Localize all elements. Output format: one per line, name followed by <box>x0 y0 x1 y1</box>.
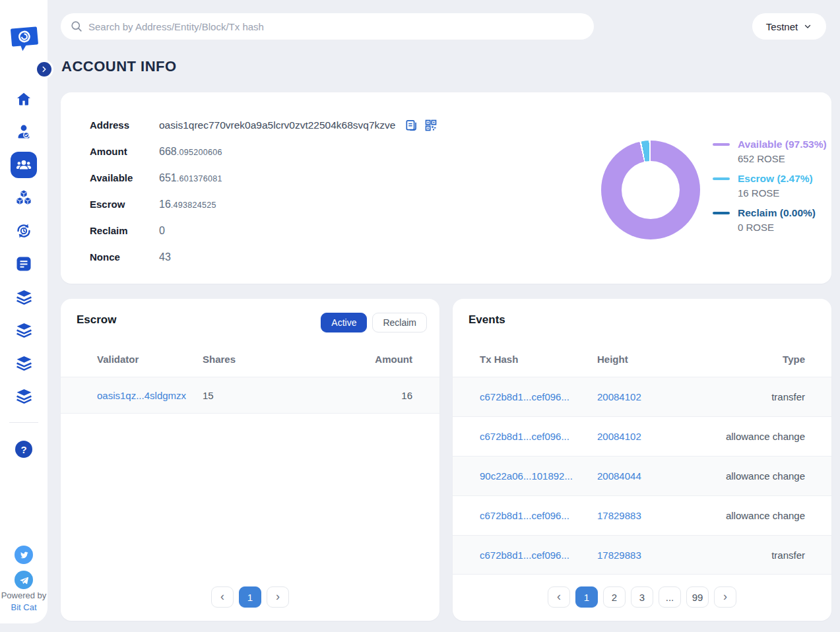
next-page-button[interactable]: › <box>714 586 736 608</box>
height-link[interactable]: 17829883 <box>597 550 693 561</box>
tab-reclaim[interactable]: Reclaim <box>372 313 427 332</box>
account-info-card: Address oasis1qrec770vrek0a9a5lcrv0zvt22… <box>61 92 831 284</box>
sidebar-item-paratime-1[interactable] <box>0 284 48 310</box>
sidebar-item-paratime-2[interactable] <box>0 317 48 343</box>
type-cell: allowance change <box>693 470 805 482</box>
document-icon <box>15 255 32 272</box>
escrow-pagination: ‹ 1 › <box>61 586 439 608</box>
escrow-card: Escrow Active Reclaim Validator Shares A… <box>61 299 439 621</box>
transactions-cycle-icon <box>15 222 32 239</box>
sidebar-item-proposals[interactable] <box>0 251 48 277</box>
height-link[interactable]: 17829883 <box>597 510 693 521</box>
escrow-title: Escrow <box>77 313 116 327</box>
layers-icon <box>15 387 33 405</box>
prev-page-button[interactable]: ‹ <box>548 586 570 608</box>
copy-address-button[interactable] <box>404 119 418 132</box>
sidebar-item-paratime-3[interactable] <box>0 350 48 376</box>
address-label: Address <box>90 119 159 131</box>
type-cell: transfer <box>693 550 805 561</box>
page-button-1[interactable]: 1 <box>239 586 261 608</box>
legend-value: 0 ROSE <box>738 222 827 233</box>
page-title: ACCOUNT INFO <box>61 58 177 75</box>
telegram-button[interactable] <box>0 567 48 593</box>
height-link[interactable]: 20084102 <box>597 431 693 442</box>
table-row: 90c22a06...101892... 20084044 allowance … <box>453 456 831 495</box>
sidebar-item-accounts[interactable] <box>0 152 48 178</box>
validator-link[interactable]: oasis1qz...4sldgmzx <box>97 390 203 401</box>
help-button[interactable]: ? <box>0 436 48 462</box>
events-table-body: c672b8d1...cef096... 20084102 transfer c… <box>453 377 831 575</box>
tx-hash-link[interactable]: c672b8d1...cef096... <box>480 391 597 402</box>
col-shares: Shares <box>203 354 340 365</box>
legend-swatch <box>713 212 730 214</box>
twitter-button[interactable] <box>0 542 48 568</box>
blocks-cubes-icon <box>15 189 32 206</box>
page-button-99[interactable]: 99 <box>686 586 709 608</box>
sidebar-item-blocks[interactable] <box>0 185 48 211</box>
telegram-icon <box>19 575 29 585</box>
home-icon <box>16 91 32 107</box>
tx-hash-link[interactable]: c672b8d1...cef096... <box>480 431 597 442</box>
tx-hash-link[interactable]: c672b8d1...cef096... <box>480 550 597 561</box>
legend-swatch <box>713 177 730 180</box>
layers-icon <box>15 321 33 339</box>
type-cell: transfer <box>693 391 805 402</box>
legend-swatch <box>713 143 730 146</box>
amount-cell: 16 <box>340 390 412 401</box>
table-row: c672b8d1...cef096... 20084102 transfer <box>453 377 831 416</box>
chevron-right-icon <box>40 65 49 74</box>
height-link[interactable]: 20084044 <box>597 470 693 482</box>
col-type: Type <box>693 354 805 365</box>
search-icon <box>70 20 83 33</box>
sidebar-item-paratime-4[interactable] <box>0 383 48 409</box>
brand-logo[interactable] <box>9 24 40 57</box>
info-row-amount: Amount 668.095200606 <box>90 144 437 159</box>
prev-page-button[interactable]: ‹ <box>211 586 234 608</box>
info-row-available: Available 651.601376081 <box>90 170 437 185</box>
powered-by-label: Powered by <box>1 590 47 600</box>
sidebar-divider <box>9 422 38 423</box>
tx-hash-link[interactable]: c672b8d1...cef096... <box>480 510 597 521</box>
qr-code-button[interactable] <box>424 119 437 132</box>
qr-code-icon <box>424 119 437 132</box>
escrow-table-header: Validator Shares Amount <box>61 341 439 377</box>
next-page-button[interactable]: › <box>267 586 289 608</box>
sidebar-item-validators[interactable] <box>0 119 48 145</box>
sidebar-item-transactions[interactable] <box>0 218 48 244</box>
network-select[interactable]: Testnet <box>752 13 826 40</box>
page-button-1[interactable]: 1 <box>575 586 598 608</box>
search-bar <box>61 13 594 40</box>
page-button-3[interactable]: 3 <box>631 586 653 608</box>
accounts-people-icon <box>15 156 32 174</box>
chart-legend: Available (97.53%) 652 ROSE Escrow (2.47… <box>713 139 827 233</box>
events-table-header: Tx Hash Height Type <box>453 341 831 377</box>
legend-label: Available (97.53%) <box>738 139 827 150</box>
legend-item-available: Available (97.53%) 652 ROSE <box>713 139 827 164</box>
address-value: oasis1qrec770vrek0a9a5lcrv0zvt22504k68sv… <box>159 119 395 131</box>
legend-label: Reclaim (0.00%) <box>738 207 816 219</box>
sidebar-item-home[interactable] <box>0 86 48 112</box>
active-nav-highlight <box>11 152 37 178</box>
height-link[interactable]: 20084102 <box>597 391 693 402</box>
events-card: Events Tx Hash Height Type c672b8d1...ce… <box>453 299 831 621</box>
tx-hash-link[interactable]: 90c22a06...101892... <box>480 470 597 482</box>
page-button-ellipsis[interactable]: ... <box>659 586 681 608</box>
info-row-reclaim: Reclaim 0 <box>90 223 437 238</box>
donut-chart <box>601 141 700 239</box>
shares-cell: 15 <box>203 390 340 401</box>
donut-hole <box>622 161 680 219</box>
legend-item-reclaim: Reclaim (0.00%) 0 ROSE <box>713 207 827 233</box>
sidebar-toggle-button[interactable] <box>35 60 53 79</box>
search-input[interactable] <box>88 21 594 32</box>
layers-icon <box>15 288 33 306</box>
col-height: Height <box>597 354 693 365</box>
sidebar: ? Powered by Bit Cat <box>0 0 48 623</box>
legend-item-escrow: Escrow (2.47%) 16 ROSE <box>713 173 827 199</box>
validator-person-icon <box>15 123 32 141</box>
col-amount: Amount <box>340 354 412 365</box>
bitcat-link[interactable]: Bit Cat <box>11 602 36 612</box>
table-row: c672b8d1...cef096... 17829883 allowance … <box>453 495 831 535</box>
tab-active[interactable]: Active <box>321 313 367 332</box>
table-row: oasis1qz...4sldgmzx 15 16 <box>61 377 439 414</box>
page-button-2[interactable]: 2 <box>603 586 626 608</box>
